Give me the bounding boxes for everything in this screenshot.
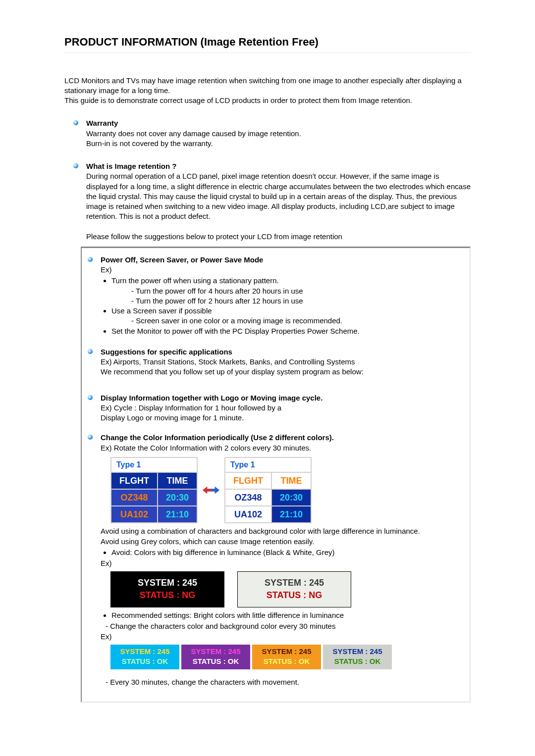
card-line-1: SYSTEM : 245 bbox=[113, 577, 222, 589]
td: OZ348 bbox=[111, 489, 158, 506]
rec-card-4: SYSTEM : 245 STATUS : OK bbox=[323, 645, 392, 670]
sec1-ex: Ex) bbox=[101, 265, 461, 275]
card-line-1: SYSTEM : 245 bbox=[253, 647, 320, 656]
td: 20:30 bbox=[271, 489, 311, 506]
sec1-b3: Set the Monitor to power off with the PC… bbox=[111, 326, 461, 336]
sec2-l1: Ex) Airports, Transit Stations, Stock Ma… bbox=[101, 357, 461, 367]
intro-line-2: This guide is to demonstrate correct usa… bbox=[64, 96, 471, 105]
th-time: TIME bbox=[271, 472, 311, 489]
sec4-l1: Ex) Rotate the Color Information with 2 … bbox=[101, 443, 461, 453]
td: 21:10 bbox=[158, 506, 197, 523]
card-line-2: STATUS : NG bbox=[113, 589, 222, 601]
th-flight: FLGHT bbox=[111, 472, 158, 489]
swap-icon bbox=[202, 484, 220, 496]
warranty-line-1: Warranty does not cover any damage cause… bbox=[86, 129, 471, 139]
card-line-1: SYSTEM : 245 bbox=[324, 647, 391, 656]
what-is-body: During normal operation of a LCD panel, … bbox=[86, 171, 471, 221]
sec3-l1: Ex) Cycle : Display Information for 1 ho… bbox=[101, 403, 461, 413]
card-line-1: SYSTEM : 245 bbox=[182, 647, 249, 656]
sec1-b1-d2: - Turn the power off for 2 hours after 1… bbox=[131, 296, 461, 306]
intro-block: LCD Monitors and TVs may have image rete… bbox=[64, 76, 471, 106]
intro-line-1: LCD Monitors and TVs may have image rete… bbox=[64, 76, 471, 96]
card-line-2: STATUS : OK bbox=[182, 656, 249, 666]
flight-table-right: FLGHT TIME OZ348 20:30 UA102 21:10 bbox=[224, 472, 312, 524]
avoid-p1: Avoid using a combination of characters … bbox=[101, 526, 461, 536]
sec3-title: Display Information together with Logo o… bbox=[101, 393, 461, 403]
rec-card-2: SYSTEM : 245 STATUS : OK bbox=[181, 645, 250, 670]
what-is-title: What is Image retention ? bbox=[86, 161, 471, 171]
rec-b1: Recommended settings: Bright colors with… bbox=[111, 610, 461, 620]
rec-card-3: SYSTEM : 245 STATUS : OK bbox=[252, 645, 321, 670]
bullet-icon bbox=[73, 163, 78, 168]
card-line-2: STATUS : NG bbox=[240, 589, 349, 601]
type1-left-label: Type 1 bbox=[110, 457, 198, 472]
bullet-icon bbox=[88, 349, 93, 354]
th-flight: FLGHT bbox=[225, 472, 271, 489]
avoid-ex: Ex) bbox=[101, 558, 461, 568]
sec1-title: Power Off, Screen Saver, or Power Save M… bbox=[101, 255, 461, 265]
sec3-l2: Display Logo or moving image for 1 minut… bbox=[101, 413, 461, 423]
rec-card-1: SYSTEM : 245 STATUS : OK bbox=[110, 645, 179, 670]
bullet-icon bbox=[88, 435, 93, 440]
rec-ex: Ex) bbox=[101, 632, 461, 642]
td: UA102 bbox=[111, 506, 158, 523]
flight-table-left: FLGHT TIME OZ348 20:30 UA102 21:10 bbox=[110, 472, 198, 524]
avoid-b1: Avoid: Colors with big difference in lum… bbox=[111, 548, 461, 557]
bullet-icon bbox=[88, 395, 93, 400]
sec2-l2: We recommend that you follow set up of y… bbox=[101, 367, 461, 377]
card-line-2: STATUS : OK bbox=[111, 656, 178, 666]
example-card-dark: SYSTEM : 245 STATUS : NG bbox=[110, 571, 224, 607]
warranty-title: Warranty bbox=[86, 118, 471, 128]
card-line-1: SYSTEM : 245 bbox=[240, 577, 349, 589]
card-line-1: SYSTEM : 245 bbox=[111, 647, 178, 656]
svg-marker-0 bbox=[203, 487, 211, 494]
page-title: PRODUCT INFORMATION (Image Retention Fre… bbox=[64, 35, 471, 50]
td: UA102 bbox=[225, 506, 271, 523]
sec2-title: Suggestions for specific applications bbox=[101, 347, 461, 357]
bullet-icon bbox=[88, 257, 93, 262]
card-line-2: STATUS : OK bbox=[253, 656, 320, 666]
card-line-2: STATUS : OK bbox=[324, 656, 391, 666]
title-rule bbox=[64, 52, 471, 53]
td: 21:10 bbox=[271, 506, 311, 523]
sec4-title: Change the Color Information periodicall… bbox=[101, 433, 461, 443]
sec1-b2-d1: - Screen saver in one color or a moving … bbox=[131, 316, 461, 326]
follow-suggestions: Please follow the suggestions below to p… bbox=[86, 232, 471, 242]
sec1-b1: Turn the power off when using a stationa… bbox=[111, 276, 279, 285]
sec1-b2: Use a Screen saver if possible bbox=[111, 306, 212, 315]
guide-box: Power Off, Screen Saver, or Power Save M… bbox=[81, 247, 471, 703]
rec-d2: - Every 30 minutes, change the character… bbox=[106, 677, 461, 687]
rec-d1: - Change the characters color and backgr… bbox=[106, 621, 461, 631]
warranty-line-2: Burn-in is not covered by the warranty. bbox=[86, 139, 471, 149]
td: 20:30 bbox=[158, 489, 197, 506]
sec1-b1-d1: - Turn the power off for 4 hours after 2… bbox=[131, 286, 461, 296]
td: OZ348 bbox=[225, 489, 271, 506]
bullet-icon bbox=[73, 120, 78, 125]
th-time: TIME bbox=[158, 472, 197, 489]
avoid-p2: Avoid using Grey colors, which can cause… bbox=[101, 537, 461, 547]
svg-marker-1 bbox=[211, 487, 219, 494]
type1-right-label: Type 1 bbox=[224, 457, 312, 472]
example-card-light: SYSTEM : 245 STATUS : NG bbox=[237, 571, 351, 607]
